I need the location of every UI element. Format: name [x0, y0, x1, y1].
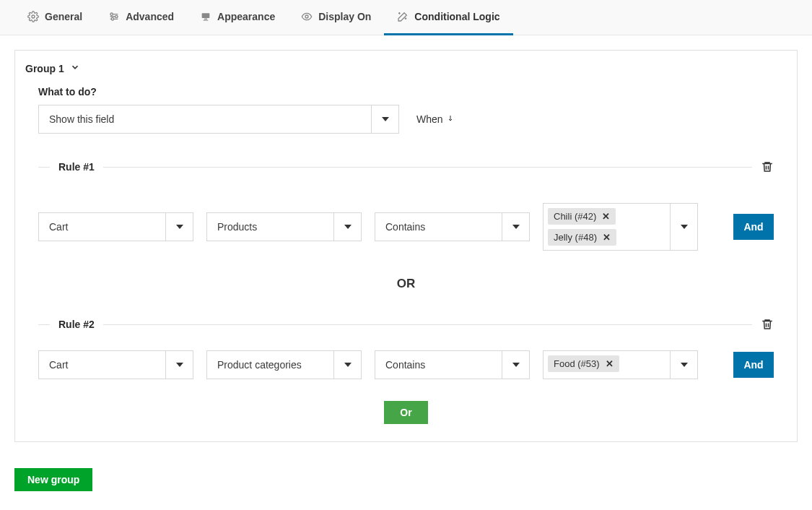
- svg-rect-5: [204, 18, 207, 19]
- monitor-icon: [200, 11, 211, 22]
- rule-operator-select[interactable]: Contains: [375, 212, 530, 241]
- trash-icon[interactable]: [761, 317, 774, 332]
- tab-label: Advanced: [126, 11, 174, 22]
- rule-field-select[interactable]: Products: [206, 212, 362, 241]
- svg-point-1: [110, 13, 113, 15]
- or-button-row: Or: [38, 379, 774, 424]
- tab-label: Appearance: [217, 11, 275, 22]
- svg-point-7: [305, 15, 308, 18]
- remove-tag-icon[interactable]: ✕: [603, 232, 611, 243]
- caret-down-icon: [502, 351, 529, 379]
- svg-rect-6: [204, 20, 209, 20]
- tab-display-on[interactable]: Display On: [288, 0, 384, 35]
- rule-field-select[interactable]: Product categories: [206, 350, 362, 379]
- tab-label: General: [45, 11, 82, 22]
- and-button[interactable]: And: [733, 214, 774, 240]
- rule-source-select[interactable]: Cart: [38, 350, 193, 379]
- action-row: Show this field When: [38, 105, 774, 134]
- tab-advanced[interactable]: Advanced: [95, 0, 187, 35]
- rule-row: Cart Products Contains Chili (#42) ✕: [38, 174, 774, 251]
- conditional-logic-panel: Group 1 What to do? Show this field When…: [14, 50, 798, 442]
- rule-block: Rule #2 Cart Product categories Contains: [38, 317, 774, 379]
- what-to-do-label: What to do?: [38, 82, 774, 105]
- value-tag: Chili (#42) ✕: [548, 208, 616, 225]
- caret-down-icon: [502, 213, 529, 241]
- or-separator: OR: [38, 251, 774, 291]
- group-title: Group 1: [25, 63, 64, 74]
- rule-value-select[interactable]: Chili (#42) ✕ Jelly (#48) ✕: [543, 203, 698, 251]
- remove-tag-icon[interactable]: ✕: [602, 211, 610, 222]
- value-tag: Jelly (#48) ✕: [548, 229, 616, 246]
- tab-label: Conditional Logic: [414, 11, 499, 22]
- rule-title: Rule #2: [58, 319, 95, 330]
- caret-down-icon: [670, 351, 697, 379]
- eye-icon: [301, 11, 313, 22]
- svg-point-0: [32, 15, 35, 18]
- svg-point-2: [115, 15, 118, 17]
- svg-rect-4: [202, 13, 210, 18]
- wand-icon: [397, 11, 409, 22]
- action-select[interactable]: Show this field: [38, 105, 399, 134]
- trash-icon[interactable]: [761, 160, 774, 174]
- group-header[interactable]: Group 1: [15, 51, 797, 82]
- action-value: Show this field: [39, 113, 124, 125]
- gear-icon: [27, 11, 39, 22]
- rule-value-select[interactable]: Food (#53) ✕: [543, 350, 698, 379]
- caret-down-icon: [371, 105, 398, 133]
- svg-point-3: [111, 17, 113, 20]
- group-body: What to do? Show this field When Rule #1: [15, 82, 797, 441]
- caret-down-icon: [333, 213, 361, 241]
- rule-source-select[interactable]: Cart: [38, 212, 193, 241]
- settings-tabbar: General Advanced Appearance Display On C…: [0, 0, 812, 35]
- rule-row: Cart Product categories Contains Food (#…: [38, 332, 774, 379]
- sliders-icon: [108, 11, 120, 22]
- rule-title: Rule #1: [58, 161, 95, 173]
- tab-conditional-logic[interactable]: Conditional Logic: [384, 0, 512, 35]
- tab-label: Display On: [318, 11, 371, 22]
- tab-general[interactable]: General: [14, 0, 95, 35]
- caret-down-icon: [165, 351, 193, 379]
- and-button[interactable]: And: [733, 352, 774, 378]
- or-button[interactable]: Or: [384, 401, 427, 424]
- value-tag: Food (#53) ✕: [548, 355, 619, 372]
- new-group-button[interactable]: New group: [14, 468, 92, 491]
- rule-operator-select[interactable]: Contains: [375, 350, 530, 379]
- chevron-down-icon: [70, 62, 80, 74]
- arrow-down-icon: [446, 113, 455, 126]
- new-group-row: New group: [0, 457, 812, 506]
- rule-block: Rule #1 Cart Products Contains: [38, 160, 774, 251]
- when-label: When: [416, 113, 455, 126]
- tab-appearance[interactable]: Appearance: [187, 0, 288, 35]
- remove-tag-icon[interactable]: ✕: [606, 358, 614, 369]
- caret-down-icon: [670, 204, 697, 250]
- caret-down-icon: [333, 351, 361, 379]
- caret-down-icon: [165, 213, 193, 241]
